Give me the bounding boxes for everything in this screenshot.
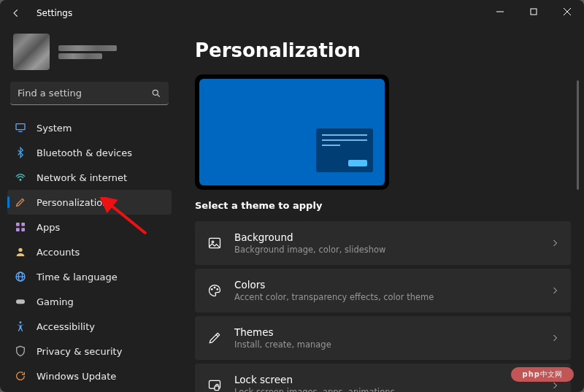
- card-title: Lock screen: [234, 374, 550, 385]
- sidebar-item-time-language[interactable]: Time & language: [7, 264, 172, 289]
- preview-line: [322, 139, 367, 141]
- sidebar-item-bluetooth[interactable]: Bluetooth & devices: [7, 140, 172, 165]
- globe-icon: [15, 271, 26, 283]
- profile-block[interactable]: [4, 26, 174, 80]
- card-themes[interactable]: Themes Install, create, manage: [195, 316, 571, 360]
- sidebar-item-accessibility[interactable]: Accessibility: [7, 314, 172, 339]
- preview-button: [348, 160, 367, 166]
- content-area: System Bluetooth & devices Network & int…: [0, 26, 584, 392]
- sidebar: System Bluetooth & devices Network & int…: [0, 26, 179, 392]
- card-subtitle: Install, create, manage: [234, 339, 550, 350]
- sidebar-item-gaming[interactable]: Gaming: [7, 289, 172, 314]
- sidebar-item-accounts[interactable]: Accounts: [7, 239, 172, 264]
- update-icon: [15, 370, 26, 382]
- search-input[interactable]: [10, 82, 169, 105]
- back-button[interactable]: [7, 4, 25, 22]
- search-wrapper: [10, 82, 169, 105]
- sidebar-item-label: Accessibility: [36, 321, 95, 332]
- apps-icon: [15, 221, 26, 233]
- svg-point-8: [20, 179, 21, 180]
- palette-icon: [207, 283, 223, 299]
- sidebar-item-network[interactable]: Network & internet: [7, 165, 172, 190]
- card-subtitle: Lock screen images, apps, animations: [234, 387, 550, 392]
- svg-rect-9: [16, 223, 20, 226]
- sidebar-item-label: Apps: [36, 222, 60, 233]
- brush-icon: [207, 330, 223, 346]
- svg-point-23: [217, 289, 218, 291]
- card-background[interactable]: Background Background image, color, slid…: [195, 221, 571, 265]
- watermark-suffix: 中文网: [540, 370, 562, 378]
- titlebar-title: Settings: [36, 8, 72, 18]
- preview-line: [322, 145, 340, 146]
- avatar: [13, 34, 50, 70]
- page-title: Personalization: [195, 39, 571, 61]
- svg-rect-11: [16, 228, 20, 231]
- card-subtitle: Accent color, transparency effects, colo…: [234, 292, 550, 302]
- sidebar-item-label: Accounts: [36, 247, 80, 258]
- profile-name-redacted: [58, 45, 117, 51]
- titlebar: Settings: [0, 0, 584, 26]
- sidebar-item-label: Windows Update: [36, 371, 116, 382]
- sidebar-item-label: Privacy & security: [36, 346, 122, 357]
- sidebar-item-label: Bluetooth & devices: [36, 147, 132, 158]
- svg-point-18: [20, 321, 22, 323]
- card-body: Themes Install, create, manage: [234, 326, 550, 350]
- chevron-right-icon: [550, 334, 559, 342]
- minimize-button[interactable]: [483, 0, 517, 23]
- sidebar-nav: System Bluetooth & devices Network & int…: [4, 114, 174, 392]
- watermark-brand: php: [523, 370, 540, 378]
- preview-line: [322, 134, 367, 136]
- card-title: Background: [234, 231, 550, 243]
- svg-line-5: [158, 95, 160, 97]
- chevron-right-icon: [550, 239, 559, 247]
- sidebar-item-system[interactable]: System: [7, 115, 172, 140]
- accounts-icon: [15, 246, 26, 258]
- sidebar-item-label: Time & language: [36, 272, 118, 283]
- section-label: Select a theme to apply: [195, 200, 571, 211]
- shield-icon: [15, 345, 26, 357]
- window-controls: [483, 0, 584, 23]
- chevron-right-icon: [550, 286, 559, 295]
- system-icon: [15, 122, 26, 134]
- lock-screen-icon: [207, 377, 223, 392]
- preview-screen: [199, 79, 385, 185]
- accessibility-icon: [15, 320, 26, 332]
- maximize-button[interactable]: [517, 0, 550, 23]
- sidebar-item-label: Gaming: [36, 296, 74, 307]
- card-title: Colors: [234, 279, 550, 291]
- sidebar-item-label: Personalization: [36, 197, 109, 208]
- chevron-right-icon: [550, 381, 559, 390]
- sidebar-item-apps[interactable]: Apps: [7, 215, 172, 239]
- theme-preview[interactable]: [195, 74, 389, 190]
- profile-email-redacted: [58, 53, 102, 59]
- wifi-icon: [15, 172, 26, 183]
- svg-rect-25: [215, 386, 219, 391]
- sidebar-item-personalization[interactable]: Personalization: [7, 190, 172, 215]
- svg-point-21: [211, 289, 212, 291]
- svg-rect-17: [16, 299, 25, 304]
- gaming-icon: [15, 296, 26, 307]
- svg-rect-12: [21, 228, 25, 231]
- card-body: Lock screen Lock screen images, apps, an…: [234, 374, 550, 392]
- svg-rect-6: [16, 124, 25, 130]
- card-title: Themes: [234, 326, 550, 338]
- svg-rect-1: [531, 9, 537, 15]
- svg-rect-10: [21, 223, 25, 226]
- card-subtitle: Background image, color, slideshow: [234, 245, 550, 255]
- scrollbar-thumb[interactable]: [577, 80, 579, 190]
- svg-point-4: [153, 90, 158, 95]
- sidebar-item-label: System: [36, 123, 72, 134]
- watermark-badge: php中文网: [511, 367, 574, 382]
- card-body: Colors Accent color, transparency effect…: [234, 279, 550, 302]
- svg-point-20: [212, 241, 214, 243]
- card-colors[interactable]: Colors Accent color, transparency effect…: [195, 269, 571, 312]
- close-button[interactable]: [550, 0, 584, 23]
- search-icon: [151, 88, 161, 99]
- sidebar-item-windows-update[interactable]: Windows Update: [7, 364, 172, 388]
- svg-point-13: [18, 248, 22, 252]
- sidebar-item-privacy[interactable]: Privacy & security: [7, 339, 172, 364]
- preview-widget: [316, 128, 373, 172]
- profile-text: [58, 45, 117, 59]
- image-icon: [207, 235, 223, 251]
- settings-window: Settings: [0, 0, 584, 392]
